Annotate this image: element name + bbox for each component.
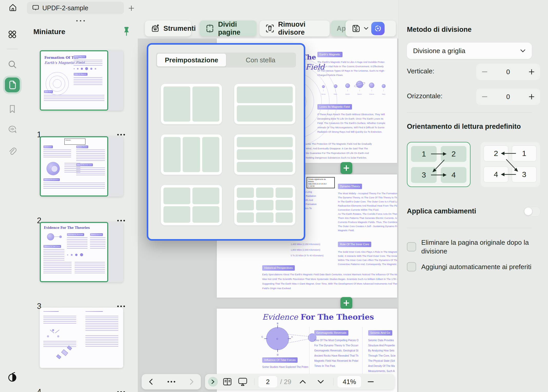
main-area: Strumenti Dividi pagine Rimuovi divisore… (138, 0, 398, 392)
pin-icon[interactable] (122, 26, 131, 37)
thumb4-more-button[interactable] (116, 391, 126, 392)
add-divider-button-1[interactable] (340, 162, 352, 174)
apply-changes-toggle[interactable] (524, 207, 541, 217)
presentation-icon (238, 377, 248, 386)
save-group (346, 21, 396, 36)
thumb1-badge1: Earth's Magnetic (74, 55, 86, 58)
preset-3-rows[interactable] (234, 134, 295, 175)
preset-3-columns[interactable] (161, 134, 222, 175)
prev-page-button[interactable] (148, 378, 153, 385)
two-page-view-button[interactable] (220, 377, 235, 386)
document-tab[interactable]: UPDF-2-sample (27, 2, 124, 14)
search-icon (7, 60, 17, 69)
preset-2x2-grid[interactable] (161, 185, 222, 225)
updf-logo (5, 370, 20, 385)
preset-2-columns[interactable] (161, 84, 222, 124)
remove-divider-button[interactable]: Rimuovi divisore (260, 21, 330, 36)
page1-badge2: Loses Its Magnetic Field (317, 104, 352, 110)
panel-divider-1 (407, 112, 532, 113)
page1-paragraph2: If These Rays Reach The Earth Without Ob… (317, 113, 397, 135)
zoom-level-field[interactable]: 41% (337, 376, 361, 388)
tools-button[interactable]: Strumenti (145, 21, 191, 36)
split-pages-icon (205, 24, 214, 33)
page1-paragraph1: The Earth's Magnetic Field Is Like A Hug… (317, 61, 397, 78)
thumb3-more-button[interactable] (116, 305, 126, 308)
plus-icon (128, 5, 135, 12)
save-options-button[interactable] (364, 27, 369, 30)
thumb3-badge2: Geomagnetic Reversals (67, 233, 84, 236)
panel-drag-handle[interactable] (75, 19, 88, 22)
thumbnail-page-2[interactable]: Antonio Introduction Dynamo Theory Role … (40, 136, 123, 197)
vertical-plus-button[interactable] (529, 69, 534, 75)
page2-badge2: Role Of The Inner Core (338, 242, 371, 247)
page3-badge3: Seismic And Ge (368, 330, 392, 336)
horizontal-plus-button[interactable] (529, 94, 534, 100)
add-favorites-checkbox[interactable] (407, 262, 416, 271)
add-favorites-label: Aggiungi automaticamente ai preferiti (421, 262, 534, 271)
tools-icon (151, 24, 160, 33)
ai-assistant-button[interactable] (371, 22, 385, 35)
attachments-button[interactable] (5, 144, 20, 159)
remove-divider-label: Rimuovi divisore (278, 21, 324, 36)
delete-original-label: Eliminare la pagina originale dopo la di… (421, 238, 534, 256)
apps-grid-button[interactable] (5, 27, 20, 42)
tab-starred[interactable]: Con stella (226, 54, 295, 66)
split-pages-label: Dividi pagine (218, 21, 251, 36)
orientation-option-rtl[interactable]: 2 1 4 3 (481, 142, 540, 187)
thumb4-badge (43, 311, 59, 312)
home-button[interactable] (8, 3, 18, 13)
vertical-minus-button[interactable] (482, 71, 487, 73)
page2-measurements: 00 Kilometers)1,400 Miles (2,250 Kilomet… (291, 237, 336, 260)
more-pages-button[interactable] (167, 380, 176, 383)
new-tab-button[interactable] (127, 4, 135, 12)
vertical-stepper: 0 (476, 64, 540, 80)
next-page-button[interactable] (189, 378, 194, 385)
comments-button[interactable] (5, 123, 20, 138)
split-region-highlight: Evidence For The Theories Influence Of T… (40, 222, 108, 282)
vertical-label: Verticale: (407, 67, 434, 75)
zoom-out-button[interactable] (361, 381, 380, 383)
split-region-highlight: Formation Of The Earth's Magnetic Field … (40, 50, 108, 111)
split-pages-button[interactable]: Dividi pagine (200, 21, 257, 36)
save-button[interactable] (351, 24, 361, 33)
delete-original-checkbox[interactable] (407, 242, 416, 251)
controls-divider (254, 378, 255, 385)
page-down-button[interactable] (312, 379, 330, 384)
split-preset-popup: Preimpostazione Con stella (147, 43, 305, 241)
vertical-value[interactable]: 0 (506, 68, 510, 76)
search-button[interactable] (5, 57, 20, 72)
thumb2-stamp: Antonio (64, 139, 85, 145)
add-divider-button-2[interactable] (340, 297, 352, 309)
horizontal-minus-button[interactable] (482, 96, 487, 97)
presentation-button[interactable] (235, 377, 251, 386)
page-up-button[interactable] (294, 379, 312, 384)
page-number-field[interactable]: 2 (258, 376, 278, 388)
division-method-select[interactable]: Divisione a griglia (407, 43, 532, 59)
orientation-option-ltr[interactable]: 1 2 3 4 (407, 142, 471, 187)
bookmarks-button[interactable] (5, 102, 20, 116)
expand-controls-button[interactable] (208, 377, 218, 387)
tools-label: Strumenti (163, 25, 196, 33)
tab-preset[interactable]: Preimpostazione (157, 54, 226, 66)
home-icon (8, 3, 17, 12)
thumbnail-page-4[interactable] (40, 308, 123, 368)
view-controls-pill: 2 / 29 41% (205, 374, 395, 389)
ai-sparkle-icon (374, 24, 382, 33)
thumbnails-panel-button[interactable] (5, 77, 20, 92)
svg-text:O: O (276, 338, 278, 340)
horizontal-value[interactable]: 0 (506, 93, 510, 101)
orientation-arrows (481, 142, 540, 186)
thumbnail-page-1[interactable]: Formation Of The Earth's Magnetic Field … (40, 50, 123, 111)
thumb2-more-button[interactable] (116, 219, 126, 222)
delete-original-row: Eliminare la pagina originale dopo la di… (407, 238, 535, 256)
preset-2-rows[interactable] (234, 84, 295, 124)
thumb1-more-button[interactable] (116, 133, 126, 136)
minus-icon (367, 381, 374, 383)
left-icon-rail (0, 16, 25, 392)
preset-grid (161, 84, 295, 225)
svg-text:A: A (291, 336, 293, 338)
grid-icon (7, 30, 17, 39)
thumbnail-page-3[interactable]: Evidence For The Theories Influence Of T… (40, 222, 123, 282)
panel-divider-2 (407, 228, 532, 228)
preset-3x3-grid[interactable] (234, 185, 295, 225)
